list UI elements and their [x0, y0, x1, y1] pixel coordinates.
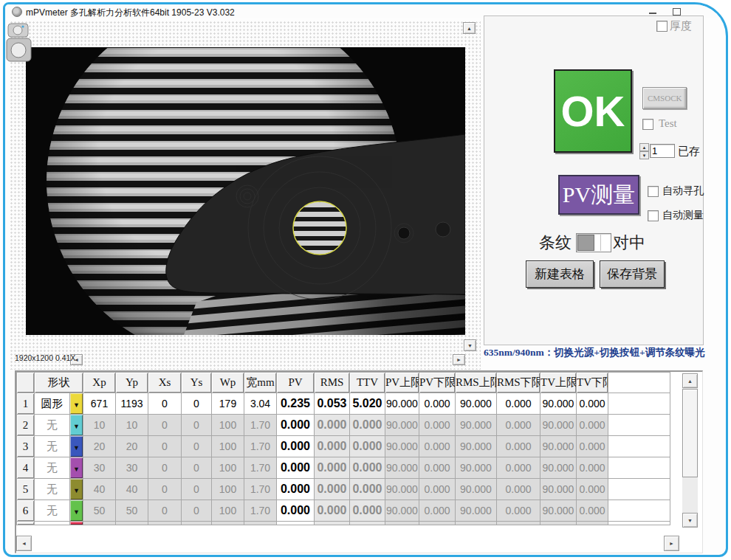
shape-dropdown-button[interactable]: ▼ [70, 479, 83, 499]
data-cell[interactable]: 1.70 [244, 479, 276, 499]
shape-cell[interactable] [35, 522, 69, 525]
auto-find-hole-checkbox[interactable] [648, 186, 659, 197]
data-cell[interactable] [497, 522, 540, 525]
data-cell[interactable]: 0.000 [577, 479, 608, 499]
data-cell[interactable]: 0 [148, 436, 181, 457]
ok-button[interactable]: OK [554, 69, 632, 153]
data-cell[interactable]: 90.000 [456, 436, 496, 457]
data-cell[interactable] [456, 522, 496, 525]
data-cell[interactable]: 100 [212, 500, 244, 521]
camera-button[interactable] [6, 22, 34, 65]
shape-dropdown-button[interactable] [70, 522, 83, 525]
data-cell[interactable] [540, 522, 576, 525]
fringe-align-toggle[interactable] [576, 233, 611, 252]
data-cell[interactable]: 90.000 [456, 393, 496, 414]
data-cell[interactable]: 0.000 [419, 457, 455, 478]
data-cell[interactable]: 0 [182, 436, 211, 457]
data-cell[interactable]: 0.000 [277, 436, 314, 457]
data-cell[interactable]: 0 [182, 393, 211, 414]
data-cell[interactable]: 0.000 [497, 436, 540, 457]
data-cell[interactable]: 10 [83, 415, 115, 435]
data-cell[interactable]: 0 [182, 415, 211, 435]
data-cell[interactable] [116, 522, 148, 525]
data-cell[interactable] [277, 522, 314, 525]
table-vscroll-thumb[interactable] [682, 389, 698, 477]
data-cell[interactable] [83, 522, 115, 525]
data-cell[interactable] [148, 522, 181, 525]
data-cell[interactable]: 90.000 [540, 436, 576, 457]
data-cell[interactable]: 90.000 [385, 479, 419, 499]
data-cell[interactable]: 0.000 [277, 457, 314, 478]
shape-cell[interactable]: 无 [35, 436, 69, 457]
data-cell[interactable]: 3.04 [244, 393, 276, 414]
data-cell[interactable]: 0 [148, 479, 181, 499]
table-scroll-up-button[interactable]: ▲ [682, 373, 698, 388]
data-cell[interactable]: 50 [83, 500, 115, 521]
table-scroll-left-button[interactable]: ◄ [16, 536, 32, 551]
data-cell[interactable]: 0.000 [315, 436, 349, 457]
data-cell[interactable]: 0.000 [419, 479, 455, 499]
data-cell[interactable]: 0.000 [577, 500, 608, 521]
data-cell[interactable]: 0.000 [497, 457, 540, 478]
table-scroll-right-button[interactable]: ► [664, 536, 679, 551]
shape-cell[interactable]: 无 [35, 500, 69, 521]
row-number-cell[interactable]: 4 [17, 457, 34, 478]
data-cell[interactable]: 0.000 [497, 500, 540, 521]
data-cell[interactable]: 0.053 [315, 393, 349, 414]
data-cell[interactable]: 100 [212, 457, 244, 478]
interferogram-image[interactable] [26, 47, 465, 335]
data-cell[interactable]: 0.000 [315, 479, 349, 499]
roi-circle[interactable] [293, 201, 346, 255]
shape-dropdown-button[interactable]: ▼ [70, 393, 83, 414]
data-cell[interactable]: 0.000 [350, 500, 385, 521]
data-cell[interactable]: 0.000 [350, 436, 385, 457]
thickness-checkbox[interactable] [656, 21, 667, 32]
test-checkbox[interactable] [642, 119, 653, 130]
row-number-cell[interactable] [17, 522, 34, 525]
data-cell[interactable]: 0.000 [419, 415, 455, 435]
pv-measure-button[interactable]: PV测量 [558, 175, 639, 215]
data-cell[interactable]: 0.000 [315, 457, 349, 478]
shape-dropdown-button[interactable]: ▼ [70, 436, 83, 457]
data-cell[interactable]: 10 [116, 415, 148, 435]
data-cell[interactable]: 0.000 [277, 479, 314, 499]
data-cell[interactable]: 0 [148, 393, 181, 414]
data-cell[interactable]: 0.000 [497, 415, 540, 435]
data-cell[interactable]: 90.000 [540, 393, 576, 414]
data-cell[interactable]: 40 [83, 479, 115, 499]
shape-cell[interactable]: 无 [35, 415, 69, 435]
data-cell[interactable]: 0 [148, 500, 181, 521]
data-cell[interactable]: 30 [116, 457, 148, 478]
data-cell[interactable] [577, 522, 608, 525]
data-cell[interactable]: 40 [116, 479, 148, 499]
data-cell[interactable]: 0.000 [577, 415, 608, 435]
image-scroll-right-button[interactable]: ► [453, 354, 465, 365]
data-cell[interactable]: 1.70 [244, 500, 276, 521]
shape-dropdown-button[interactable]: ▼ [70, 500, 83, 521]
data-cell[interactable] [212, 522, 244, 525]
data-cell[interactable]: 5.020 [350, 393, 385, 414]
row-number-cell[interactable]: 1 [17, 393, 34, 414]
table-scroll-down-button[interactable]: ▼ [682, 513, 698, 528]
data-cell[interactable]: 100 [212, 415, 244, 435]
data-cell[interactable]: 90.000 [456, 457, 496, 478]
save-background-button[interactable]: 保存背景 [600, 260, 665, 288]
new-table-button[interactable]: 新建表格 [526, 260, 594, 288]
data-cell[interactable]: 0 [182, 457, 211, 478]
data-cell[interactable]: 0 [182, 479, 211, 499]
row-number-cell[interactable]: 2 [17, 415, 34, 435]
data-cell[interactable]: 179 [212, 393, 244, 414]
data-cell[interactable]: 1.70 [244, 457, 276, 478]
data-cell[interactable]: 1.70 [244, 436, 276, 457]
data-cell[interactable]: 90.000 [456, 500, 496, 521]
data-cell[interactable]: 90.000 [540, 500, 576, 521]
auto-measure-checkbox[interactable] [648, 210, 659, 221]
data-cell[interactable]: 90.000 [385, 415, 419, 435]
data-cell[interactable]: 0.000 [315, 500, 349, 521]
data-cell[interactable] [350, 522, 385, 525]
data-cell[interactable]: 0 [182, 500, 211, 521]
table-vertical-scrollbar[interactable]: ▲ ▼ [682, 373, 698, 528]
data-cell[interactable]: 0.000 [497, 393, 540, 414]
spinner-down-button[interactable]: ▼ [639, 151, 649, 159]
data-cell[interactable]: 20 [116, 436, 148, 457]
